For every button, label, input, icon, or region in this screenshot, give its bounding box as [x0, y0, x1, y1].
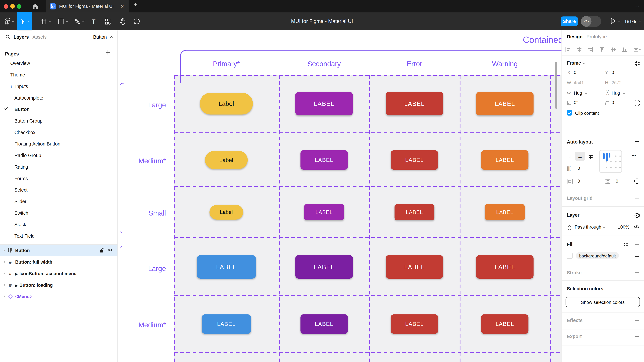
button-warning-small[interactable]: LABEL — [485, 204, 525, 220]
shape-tool-button[interactable] — [57, 12, 65, 31]
align-right-icon[interactable] — [588, 47, 593, 52]
tab-design[interactable]: Design — [567, 34, 582, 39]
collapse-frame-icon[interactable] — [634, 61, 640, 66]
window-close-button[interactable] — [4, 4, 8, 9]
fill-styles-icon[interactable] — [624, 242, 628, 247]
window-zoom-button[interactable] — [17, 4, 21, 9]
add-stroke-icon[interactable] — [634, 270, 640, 275]
tab-close-icon[interactable]: × — [121, 3, 124, 9]
text-tool-button[interactable]: T — [90, 12, 98, 31]
button-primary-small[interactable]: Label — [210, 205, 243, 220]
chevron-right-icon[interactable] — [4, 295, 5, 298]
hug-vertical-value[interactable]: Hug — [612, 91, 620, 95]
align-bottom-icon[interactable] — [622, 47, 627, 52]
auto-layout-more-icon[interactable]: ••• — [632, 153, 636, 158]
comment-tool-button[interactable] — [132, 12, 141, 31]
button-error-large-alt[interactable]: LABEL — [386, 255, 443, 279]
gap-value[interactable]: 0 — [578, 166, 580, 170]
sidebar-page-rating[interactable]: Rating — [0, 161, 118, 173]
sidebar-page-select[interactable]: Select — [0, 184, 118, 196]
distribute-icon[interactable] — [633, 47, 642, 52]
add-effect-icon[interactable] — [634, 318, 640, 323]
button-warning-medium[interactable]: LABEL — [481, 150, 528, 169]
frame-tool-chevron-icon[interactable] — [48, 20, 51, 23]
chevron-down-icon[interactable] — [622, 92, 626, 95]
sidebar-page-forms[interactable]: Forms — [0, 173, 118, 184]
sidebar-page-text-field[interactable]: Text Field — [0, 230, 118, 242]
button-warning-large-alt[interactable]: LABEL — [476, 255, 534, 279]
layer-row-button-loading[interactable]: # ▶Button: loading — [0, 279, 118, 291]
zoom-level[interactable]: 181% — [624, 19, 636, 24]
height-value[interactable]: 2672 — [612, 80, 622, 85]
x-value[interactable]: 0 — [574, 70, 576, 75]
sidebar-page-radio-group[interactable]: Radio Group — [0, 150, 118, 161]
unlock-icon[interactable] — [100, 248, 104, 253]
fill-token-chip[interactable]: background/default — [576, 252, 619, 259]
layer-visibility-icon[interactable] — [634, 225, 640, 229]
align-horizontal-center-icon[interactable] — [576, 47, 582, 52]
add-page-button[interactable] — [106, 50, 110, 55]
sidebar-page-switch[interactable]: Switch — [0, 207, 118, 219]
sidebar-page-fab[interactable]: Floating Action Button — [0, 138, 118, 150]
sidebar-page-button[interactable]: Button — [0, 104, 118, 115]
corner-radius-value[interactable]: 0 — [612, 100, 614, 105]
chevron-down-icon[interactable] — [584, 92, 588, 95]
tab-layers[interactable]: Layers — [14, 35, 29, 40]
independent-corners-icon[interactable] — [634, 100, 640, 106]
chevron-up-icon[interactable] — [110, 36, 113, 38]
layer-row-menu-instance[interactable]: <Menu> — [0, 291, 118, 302]
button-primary-medium[interactable]: Label — [205, 151, 248, 169]
move-tool-button[interactable] — [17, 12, 32, 31]
home-icon[interactable] — [31, 2, 40, 10]
button-secondary-small[interactable]: LABEL — [304, 204, 344, 220]
button-primary-medium-alt[interactable]: LABEL — [202, 314, 251, 334]
pen-tool-button[interactable] — [73, 12, 81, 31]
padding-vertical-value[interactable]: 0 — [616, 178, 618, 184]
chevron-right-icon[interactable] — [4, 272, 5, 275]
frame-section-header[interactable]: Frame — [567, 60, 581, 65]
present-chevron-icon[interactable] — [618, 20, 621, 23]
button-error-medium[interactable]: LABEL — [391, 150, 438, 169]
layer-row-iconbutton-account-menu[interactable]: # ▶IconButton: account menu — [0, 268, 118, 279]
dev-mode-toggle[interactable]: </> — [581, 16, 602, 27]
button-error-large[interactable]: LABEL — [386, 92, 443, 115]
auto-layout-wrap-button[interactable] — [586, 152, 596, 161]
button-secondary-large[interactable]: LABEL — [295, 92, 353, 115]
padding-horizontal-value[interactable]: 0 — [578, 178, 580, 184]
auto-layout-align-widget[interactable] — [599, 150, 622, 173]
remove-auto-layout-icon[interactable] — [634, 139, 639, 144]
sidebar-page-button-group[interactable]: Button Group — [0, 115, 118, 127]
fill-color-swatch[interactable] — [567, 253, 572, 259]
y-value[interactable]: 0 — [612, 70, 614, 75]
main-menu-icon[interactable] — [3, 12, 12, 31]
button-warning-medium-alt[interactable]: LABEL — [481, 314, 528, 334]
zoom-chevron-icon[interactable] — [638, 20, 641, 23]
sidebar-page-overview[interactable]: Overview — [0, 58, 118, 69]
sidebar-page-inputs[interactable]: ↓ Inputs — [0, 81, 118, 92]
button-primary-large-alt[interactable]: LABEL — [197, 255, 256, 279]
sidebar-page-autocomplete[interactable]: Autocomplete — [0, 92, 118, 104]
align-vertical-center-icon[interactable] — [611, 47, 616, 52]
chevron-right-icon[interactable] — [4, 284, 5, 286]
new-tab-button[interactable]: + — [134, 1, 137, 9]
show-selection-colors-button[interactable]: Show selection colors — [566, 297, 640, 307]
chevron-right-icon[interactable] — [4, 249, 5, 252]
width-value[interactable]: 4541 — [574, 80, 584, 85]
sidebar-page-slider[interactable]: Slider — [0, 196, 118, 207]
search-icon[interactable] — [5, 35, 10, 40]
tab-assets[interactable]: Assets — [32, 35, 47, 40]
blend-mode-value[interactable]: Pass through — [575, 225, 601, 230]
tab-prototype[interactable]: Prototype — [586, 34, 607, 39]
add-export-icon[interactable] — [634, 334, 640, 339]
pen-tool-chevron-icon[interactable] — [82, 20, 85, 23]
sidebar-page-checkbox[interactable]: Checkbox — [0, 127, 118, 138]
auto-layout-vertical-button[interactable]: ↓ — [565, 152, 575, 161]
auto-layout-horizontal-button[interactable]: → — [575, 152, 585, 161]
hug-horizontal-value[interactable]: Hug — [574, 91, 582, 95]
frame-tool-button[interactable] — [40, 12, 48, 31]
clip-content-checkbox[interactable] — [567, 110, 572, 115]
main-menu-chevron-icon[interactable] — [12, 20, 15, 23]
browser-tab[interactable]: MUI for Figma - Material UI × — [46, 0, 129, 12]
button-primary-large[interactable]: Label — [200, 93, 253, 114]
align-top-icon[interactable] — [599, 47, 604, 52]
